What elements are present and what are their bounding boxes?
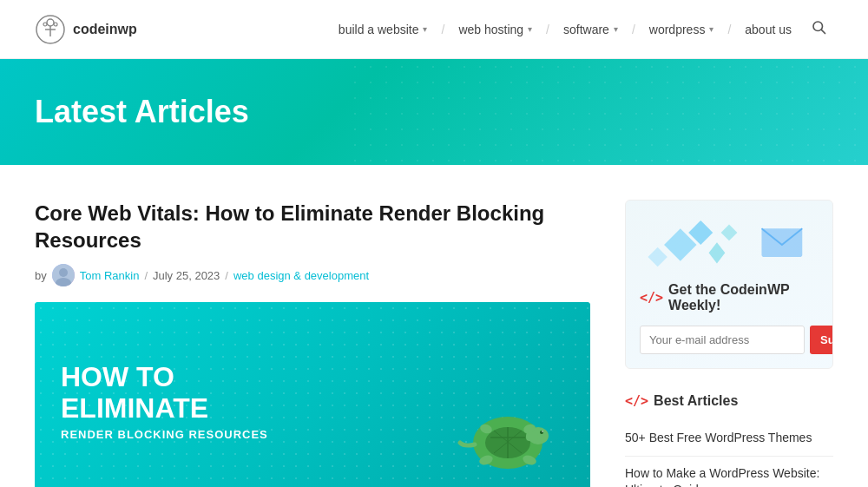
page-title: Latest Articles: [35, 94, 249, 130]
image-text-line3: RENDER BLOCKING RESOURCES: [61, 428, 268, 441]
article-meta: by Tom Rankin / July 25, 2023 / web desi…: [35, 264, 590, 286]
nav-item-web-hosting[interactable]: web hosting ▾: [450, 16, 541, 43]
avatar-image: [52, 264, 75, 286]
newsletter-widget: </> Get the CodeinWP Weekly! Subscribe: [625, 200, 833, 369]
chevron-down-icon: ▾: [423, 24, 427, 34]
svg-rect-24: [526, 432, 538, 441]
svg-point-19: [542, 431, 543, 433]
nav-item-build-website[interactable]: build a website ▾: [330, 16, 437, 43]
best-article-link-1[interactable]: 50+ Best Free WordPress Themes: [625, 431, 812, 444]
nav-separator: /: [439, 23, 446, 36]
nav-item-software[interactable]: software ▾: [555, 16, 627, 43]
svg-marker-29: [709, 242, 726, 263]
main-content: Core Web Vitals: How to Eliminate Render…: [0, 165, 868, 487]
author-avatar: [52, 264, 75, 286]
best-articles-code-tag: </>: [625, 393, 648, 409]
svg-marker-30: [721, 225, 738, 241]
sidebar: </> Get the CodeinWP Weekly! Subscribe <…: [625, 200, 833, 487]
nav-separator: /: [630, 23, 637, 36]
nav-item-wordpress[interactable]: wordpress ▾: [641, 16, 723, 43]
logo-text: codeinwp: [73, 22, 137, 37]
article-title: Core Web Vitals: How to Eliminate Render…: [35, 200, 590, 253]
list-item: How to Make a WordPress Website: Ultimat…: [625, 457, 833, 487]
chevron-down-icon: ▾: [709, 24, 713, 34]
hero-banner: Latest Articles: [0, 59, 868, 165]
meta-separator: /: [225, 269, 228, 282]
nav-separator: /: [726, 23, 733, 36]
image-text-line1: HOW TO: [61, 362, 268, 392]
meta-separator: /: [144, 269, 148, 282]
turtle-illustration: [443, 392, 556, 487]
article-title-link[interactable]: Core Web Vitals: How to Eliminate Render…: [35, 201, 544, 252]
best-articles-widget: </> Best Articles 50+ Best Free WordPres…: [625, 393, 833, 487]
svg-point-5: [54, 23, 57, 26]
search-button[interactable]: [804, 12, 833, 46]
article-section: Core Web Vitals: How to Eliminate Render…: [35, 200, 590, 487]
list-item: 50+ Best Free WordPress Themes: [625, 421, 833, 457]
newsletter-decor-svg: [640, 214, 819, 275]
logo-icon: [35, 14, 66, 45]
nav-separator: /: [544, 23, 551, 36]
subscribe-button[interactable]: Subscribe: [810, 326, 833, 354]
image-text-block: HOW TO ELIMINATE RENDER BLOCKING RESOURC…: [35, 336, 294, 467]
svg-line-7: [821, 30, 825, 33]
svg-marker-28: [648, 247, 667, 267]
header: codeinwp build a website ▾ / web hosting…: [0, 0, 868, 59]
image-text-line2: ELIMINATE: [61, 392, 268, 424]
article-category-link[interactable]: web design & development: [233, 269, 369, 282]
svg-point-1: [47, 19, 54, 26]
article-date: July 25, 2023: [153, 269, 220, 282]
article-image: HOW TO ELIMINATE RENDER BLOCKING RESOURC…: [35, 302, 590, 487]
svg-point-4: [43, 23, 47, 26]
nav-item-about-us[interactable]: about us: [736, 16, 800, 43]
meta-by: by: [35, 269, 47, 282]
logo[interactable]: codeinwp: [35, 14, 137, 45]
best-articles-title: </> Best Articles: [625, 393, 833, 409]
newsletter-form: Subscribe: [640, 326, 819, 354]
svg-point-9: [59, 268, 68, 277]
turtle-icon: [443, 392, 556, 487]
search-icon: [811, 19, 826, 35]
main-nav: build a website ▾ / web hosting ▾ / soft…: [330, 12, 833, 46]
chevron-down-icon: ▾: [614, 24, 618, 34]
email-input[interactable]: [640, 326, 805, 354]
newsletter-inner: </> Get the CodeinWP Weekly! Subscribe: [640, 214, 819, 354]
author-link[interactable]: Tom Rankin: [80, 269, 140, 282]
best-article-link-2[interactable]: How to Make a WordPress Website: Ultimat…: [625, 466, 819, 487]
newsletter-decoration: [640, 214, 819, 275]
newsletter-title: </> Get the CodeinWP Weekly!: [640, 282, 819, 313]
chevron-down-icon: ▾: [528, 24, 532, 34]
best-articles-list: 50+ Best Free WordPress Themes How to Ma…: [625, 421, 833, 487]
newsletter-code-tag: </>: [640, 290, 663, 306]
